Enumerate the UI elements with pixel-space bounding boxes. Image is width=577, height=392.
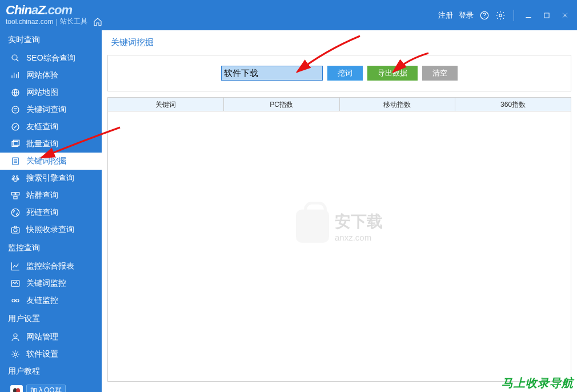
sidebar-item-label: 用户教程 [8, 366, 40, 377]
qq-icon [10, 385, 23, 393]
sidebar-item[interactable]: SEO综合查询 [0, 50, 102, 67]
sidebar-item[interactable]: 监控综合报表 [0, 258, 102, 275]
svg-point-11 [13, 176, 15, 178]
settings-icon[interactable] [495, 10, 506, 21]
sidebar-item[interactable]: 网站体验 [0, 67, 102, 84]
svg-rect-3 [544, 13, 549, 17]
user-icon [10, 332, 21, 342]
toolbar: 挖词 导出数据 清空 [107, 55, 571, 91]
svg-rect-18 [14, 197, 17, 199]
svg-point-21 [14, 229, 17, 232]
logo-text: a [31, 3, 38, 17]
col-mobile-index[interactable]: 移动指数 [340, 98, 456, 111]
watermark-en: anxz.com [335, 232, 383, 242]
lock-icon [296, 210, 329, 243]
sub-label: 站长工具 [60, 17, 87, 26]
sidebar-item[interactable]: 网站管理 [0, 329, 102, 346]
sidebar-item-label: 友链查询 [26, 122, 58, 132]
maximize-button[interactable] [540, 9, 553, 22]
logo-text: .com [45, 3, 72, 17]
sidebar: 实时查询SEO综合查询网站体验网站地图关键词查询友链查询批量查询关键词挖掘搜索引… [0, 30, 102, 392]
camera-icon [10, 225, 21, 235]
sidebar-item[interactable]: 批量查询 [0, 135, 102, 153]
sidebar-item[interactable]: 搜索引擎查询 [0, 170, 102, 187]
sidebar-item-label: 关键词挖掘 [26, 156, 66, 166]
sidebar-item[interactable]: 关键词挖掘 [0, 153, 102, 170]
sub-domain: tool.chinaz.com [6, 18, 53, 26]
logo-text: Z [38, 3, 45, 17]
svg-rect-24 [16, 299, 19, 302]
sites-icon [10, 190, 21, 201]
chart-icon [10, 261, 21, 271]
clear-button[interactable]: 清空 [422, 66, 458, 81]
sidebar-item-label: 快照收录查询 [26, 225, 74, 235]
close-button[interactable] [559, 9, 571, 22]
sidebar-item[interactable]: 关键词监控 [0, 275, 102, 292]
bottom-brand: 马上收录导航 [502, 375, 574, 391]
login-link[interactable]: 登录 [459, 10, 474, 21]
sidebar-item-label: 死链查询 [26, 207, 58, 218]
sidebar-item[interactable]: 快照收录查询 [0, 221, 102, 238]
svg-point-6 [12, 106, 19, 113]
sidebar-item-label: 网站体验 [26, 70, 58, 81]
sidebar-item[interactable]: 死链查询 [0, 204, 102, 221]
seo-icon [10, 53, 21, 63]
sidebar-item-label: 网站地图 [26, 87, 58, 98]
sidebar-item-label: 软件设置 [26, 349, 58, 359]
sidebar-item-qq[interactable]: 加入QQ群 [0, 382, 102, 392]
sidebar-item-label: 搜索引擎查询 [26, 173, 74, 183]
broken-icon [10, 207, 21, 218]
svg-point-12 [17, 176, 18, 178]
register-link[interactable]: 注册 [438, 10, 453, 21]
separator: | [55, 18, 57, 26]
sidebar-item[interactable]: 关键词查询 [0, 101, 102, 118]
sidebar-item-label: 关键词监控 [26, 278, 66, 289]
sidebar-item-label: 网站管理 [26, 332, 58, 342]
minimize-button[interactable] [522, 9, 535, 22]
svg-point-2 [499, 14, 502, 17]
svg-rect-17 [16, 193, 19, 195]
keyword-input[interactable] [221, 66, 323, 81]
watermark: 安下载 anxz.com [296, 210, 383, 243]
sidebar-item-label: 友链监控 [26, 295, 58, 306]
logo-block: ChinaZ.com tool.chinaz.com | 站长工具 [6, 4, 102, 26]
sidebar-item[interactable]: 软件设置 [0, 346, 102, 363]
sidebar-item-label: 站群查询 [26, 190, 58, 201]
col-360-index[interactable]: 360指数 [455, 98, 571, 111]
main-content: 关键词挖掘 挖词 导出数据 清空 关键词 PC指数 移动指数 360指数 安下载… [102, 30, 577, 392]
svg-point-25 [14, 334, 17, 337]
sidebar-item-tutorial[interactable]: 用户教程 [0, 363, 102, 380]
sidebar-item-label: 批量查询 [26, 139, 58, 149]
divider [514, 10, 514, 21]
bars-icon [10, 70, 21, 81]
watermark-text: 安下载 anxz.com [335, 210, 383, 242]
export-button[interactable]: 导出数据 [367, 66, 418, 81]
sidebar-item[interactable]: 网站地图 [0, 84, 102, 101]
svg-point-19 [11, 209, 19, 217]
sidebar-section-title: 实时查询 [0, 30, 102, 50]
qq-label: 加入QQ群 [26, 385, 66, 392]
dig-button[interactable]: 挖词 [327, 66, 363, 81]
help-icon[interactable] [479, 10, 490, 21]
svg-point-1 [484, 17, 484, 18]
table-header: 关键词 PC指数 移动指数 360指数 [108, 98, 571, 111]
sidebar-item-label: 关键词查询 [26, 105, 66, 115]
link-icon [10, 122, 21, 132]
sidebar-item-label: 监控综合报表 [26, 261, 74, 271]
sidebar-item[interactable]: 站群查询 [0, 187, 102, 204]
sidebar-item[interactable]: 友链查询 [0, 118, 102, 135]
gear-icon [10, 349, 21, 359]
svg-point-28 [16, 388, 20, 392]
sidebar-section-title: 用户设置 [0, 309, 102, 329]
app-header: ChinaZ.com tool.chinaz.com | 站长工具 注册 登录 [0, 0, 577, 30]
col-keyword[interactable]: 关键词 [108, 98, 224, 111]
svg-rect-16 [11, 193, 15, 195]
col-pc-index[interactable]: PC指数 [224, 98, 340, 111]
sidebar-item[interactable]: 友链监控 [0, 292, 102, 309]
globe-icon [10, 87, 21, 98]
home-icon[interactable] [93, 17, 102, 26]
page-title: 关键词挖掘 [102, 30, 577, 55]
results-table: 关键词 PC指数 移动指数 360指数 安下载 anxz.com [107, 97, 571, 382]
sidebar-item-label: SEO综合查询 [26, 53, 75, 63]
watermark-cn: 安下载 [335, 210, 383, 232]
